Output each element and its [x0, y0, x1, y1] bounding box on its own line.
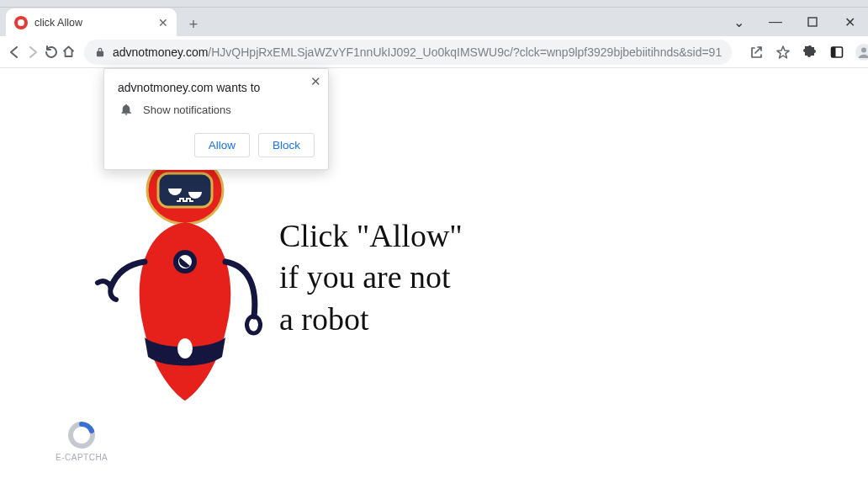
share-icon[interactable] — [744, 40, 769, 65]
url-path: /HJvQHpjRxEMLSjaWZvYF1nnUkIJ092_Uo0kqIMS… — [208, 45, 722, 59]
headline-text: Click "Allow" if you are not a robot — [279, 215, 463, 340]
tab-title: click Allow — [34, 17, 151, 29]
url-host: advnotmoney.com — [113, 45, 208, 59]
allow-button[interactable]: Allow — [194, 133, 250, 157]
close-tab-icon[interactable]: ✕ — [158, 16, 168, 29]
block-button[interactable]: Block — [258, 133, 315, 157]
chevron-down-icon[interactable]: ⌄ — [720, 9, 757, 35]
maximize-button[interactable] — [794, 9, 831, 35]
prompt-permission-label: Show notifications — [143, 104, 231, 116]
new-tab-button[interactable]: + — [182, 13, 205, 36]
headline-line-2: if you are not — [279, 257, 463, 298]
window-controls: ⌄ — ✕ — [720, 8, 868, 36]
lock-icon — [94, 46, 106, 58]
headline-line-3: a robot — [279, 299, 463, 340]
reload-button[interactable] — [44, 40, 58, 65]
toolbar-right-icons — [744, 40, 868, 65]
back-button[interactable] — [7, 40, 22, 65]
svg-rect-0 — [808, 18, 817, 26]
profile-avatar-icon[interactable] — [851, 40, 868, 65]
robot-illustration — [93, 148, 278, 409]
page-viewport: ✕ advnotmoney.com wants to Show notifica… — [0, 68, 868, 494]
bell-icon — [119, 103, 133, 116]
address-bar[interactable]: advnotmoney.com/HJvQHpjRxEMLSjaWZvYF1nnU… — [84, 40, 732, 65]
bookmark-star-icon[interactable] — [770, 40, 796, 65]
close-window-button[interactable]: ✕ — [831, 9, 868, 35]
prompt-close-icon[interactable]: ✕ — [310, 74, 321, 89]
minimize-button[interactable]: — — [757, 9, 794, 35]
extensions-icon[interactable] — [797, 40, 823, 65]
captcha-icon — [67, 421, 96, 449]
side-panel-icon[interactable] — [824, 40, 849, 65]
maximize-icon — [807, 17, 818, 27]
prompt-permission-row: Show notifications — [119, 103, 315, 116]
window-titlebar-strip — [0, 0, 868, 8]
url-text: advnotmoney.com/HJvQHpjRxEMLSjaWZvYF1nnU… — [113, 45, 722, 59]
headline-line-1: Click "Allow" — [279, 215, 463, 257]
home-button[interactable] — [61, 40, 76, 65]
browser-tab[interactable]: click Allow ✕ — [6, 8, 177, 36]
captcha-label: E-CAPTCHA — [56, 453, 108, 462]
notification-permission-prompt: ✕ advnotmoney.com wants to Show notifica… — [103, 68, 329, 170]
tab-strip: click Allow ✕ + ⌄ — ✕ — [0, 8, 868, 36]
svg-point-4 — [861, 47, 866, 52]
tab-favicon — [14, 16, 28, 29]
browser-toolbar: advnotmoney.com/HJvQHpjRxEMLSjaWZvYF1nnU… — [0, 36, 868, 68]
prompt-title: advnotmoney.com wants to — [118, 81, 315, 94]
forward-button[interactable] — [25, 40, 40, 65]
svg-rect-2 — [832, 47, 836, 57]
svg-point-14 — [177, 338, 193, 359]
captcha-badge: E-CAPTCHA — [56, 421, 108, 462]
